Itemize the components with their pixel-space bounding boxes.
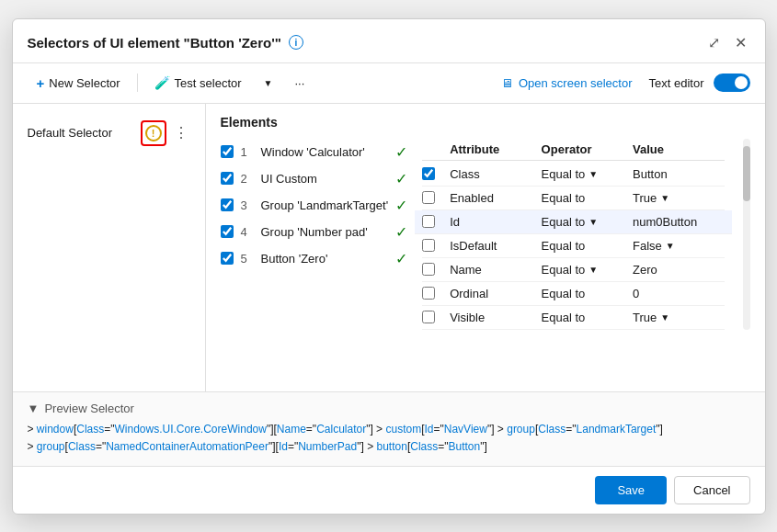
attr-row-class: Class Equal to ▼ Button bbox=[422, 163, 724, 187]
right-panel: Elements 1 Window 'Calculator' ✓ 2 UI Cu… bbox=[206, 104, 765, 392]
attr-value-id: num0Button bbox=[633, 215, 724, 229]
warning-icon-box[interactable]: ! bbox=[141, 120, 166, 146]
text-editor-toggle[interactable] bbox=[714, 74, 750, 92]
attr-value-isdefault: False ▼ bbox=[633, 239, 724, 253]
element-name-2: UI Custom bbox=[261, 172, 389, 186]
toolbar: + New Selector 🧪 Test selector ▼ ··· 🖥 O… bbox=[13, 63, 765, 104]
value-chevron-enabled[interactable]: ▼ bbox=[660, 193, 669, 203]
element-checkbox-3[interactable] bbox=[221, 198, 234, 211]
close-icon: ✕ bbox=[735, 34, 747, 51]
preview-chevron-icon: ▼ bbox=[28, 402, 40, 415]
attr-operator-ordinal: Equal to bbox=[542, 287, 633, 300]
dialog: Selectors of UI element "Button 'Zero'" … bbox=[12, 18, 766, 515]
preview-section: ▼ Preview Selector > window[Class="Windo… bbox=[13, 391, 765, 465]
value-chevron-isdefault[interactable]: ▼ bbox=[666, 241, 675, 251]
restore-icon: ⤢ bbox=[708, 34, 720, 51]
text-editor-label: Text editor bbox=[649, 76, 704, 90]
element-num-1: 1 bbox=[241, 145, 254, 159]
info-icon[interactable]: i bbox=[289, 35, 303, 50]
element-num-3: 3 bbox=[241, 198, 254, 212]
selector-row: Default Selector ! ⋮ bbox=[20, 115, 198, 152]
attr-header-value: Value bbox=[633, 142, 724, 156]
save-button[interactable]: Save bbox=[595, 476, 667, 504]
dialog-header-right: ⤢ ✕ bbox=[704, 32, 750, 53]
element-check-4: ✓ bbox=[395, 223, 407, 241]
value-chevron-visible[interactable]: ▼ bbox=[660, 312, 669, 323]
open-screen-selector-button[interactable]: 🖥 Open screen selector bbox=[494, 73, 640, 94]
elements-list: 1 Window 'Calculator' ✓ 2 UI Custom ✓ 3 … bbox=[221, 139, 408, 319]
attr-checkbox-enabled[interactable] bbox=[422, 191, 435, 204]
element-name-1: Window 'Calculator' bbox=[261, 145, 389, 159]
attr-name-id: Id bbox=[450, 215, 541, 229]
test-selector-label: Test selector bbox=[175, 76, 242, 90]
restore-button[interactable]: ⤢ bbox=[704, 32, 724, 53]
element-num-2: 2 bbox=[241, 172, 254, 186]
element-checkbox-5[interactable] bbox=[221, 252, 234, 265]
attr-name-ordinal: Ordinal bbox=[450, 287, 541, 300]
scrollbar-thumb[interactable] bbox=[743, 146, 750, 201]
attr-name-name: Name bbox=[450, 263, 541, 277]
attr-checkbox-class[interactable] bbox=[422, 167, 435, 180]
element-checkbox-1[interactable] bbox=[221, 145, 234, 158]
beaker-icon: 🧪 bbox=[154, 75, 170, 90]
attr-checkbox-id[interactable] bbox=[422, 215, 435, 228]
chevron-down-button[interactable]: ▼ bbox=[255, 74, 282, 93]
attr-checkbox-name[interactable] bbox=[422, 263, 435, 276]
warning-icon: ! bbox=[145, 125, 162, 141]
attr-header-attribute: Attribute bbox=[450, 142, 541, 156]
scrollbar[interactable] bbox=[743, 139, 750, 330]
row-more-icon[interactable]: ⋮ bbox=[172, 122, 190, 143]
preview-title[interactable]: ▼ Preview Selector bbox=[28, 402, 750, 415]
attr-value-ordinal: 0 bbox=[633, 287, 724, 300]
default-selector-label: Default Selector bbox=[28, 126, 135, 140]
element-name-4: Group 'Number pad' bbox=[261, 225, 389, 239]
attr-operator-class: Equal to ▼ bbox=[542, 167, 633, 181]
dialog-footer: Save Cancel bbox=[13, 466, 765, 514]
preview-title-label: Preview Selector bbox=[44, 402, 134, 415]
dialog-header: Selectors of UI element "Button 'Zero'" … bbox=[13, 19, 765, 63]
attr-name-visible: Visible bbox=[450, 311, 541, 324]
main-content: Default Selector ! ⋮ Elements 1 Window '… bbox=[13, 104, 765, 392]
element-name-3: Group 'LandmarkTarget' bbox=[261, 198, 389, 212]
attr-row-enabled: Enabled Equal to True ▼ bbox=[422, 187, 724, 210]
close-button[interactable]: ✕ bbox=[731, 32, 750, 53]
attr-checkbox-isdefault[interactable] bbox=[422, 239, 435, 252]
operator-chevron-class[interactable]: ▼ bbox=[588, 169, 598, 179]
open-screen-label: Open screen selector bbox=[519, 76, 633, 90]
attr-checkbox-visible[interactable] bbox=[422, 311, 435, 323]
element-num-5: 5 bbox=[241, 252, 254, 266]
attr-name-isdefault: IsDefault bbox=[450, 239, 541, 253]
element-item-4: 4 Group 'Number pad' ✓ bbox=[221, 219, 408, 245]
attr-name-enabled: Enabled bbox=[450, 191, 541, 205]
test-selector-button[interactable]: 🧪 Test selector bbox=[145, 71, 251, 95]
more-options-button[interactable]: ··· bbox=[285, 72, 314, 95]
element-item-5: 5 Button 'Zero' ✓ bbox=[221, 245, 408, 272]
attributes-section: Attribute Operator Value Class Equal to … bbox=[422, 139, 724, 330]
element-checkbox-2[interactable] bbox=[221, 172, 234, 185]
attr-operator-visible: Equal to bbox=[542, 311, 633, 324]
toolbar-separator-1 bbox=[137, 74, 138, 92]
element-checkbox-4[interactable] bbox=[221, 225, 234, 238]
operator-chevron-id[interactable]: ▼ bbox=[588, 217, 598, 227]
dialog-title: Selectors of UI element "Button 'Zero'" bbox=[28, 35, 281, 51]
more-icon: ··· bbox=[294, 76, 304, 90]
preview-line-1: > window[Class="Windows.UI.Core.CoreWind… bbox=[28, 421, 750, 438]
new-selector-button[interactable]: + New Selector bbox=[28, 71, 130, 96]
chevron-down-icon: ▼ bbox=[264, 78, 273, 88]
attr-header: Attribute Operator Value bbox=[422, 139, 724, 161]
attr-row-visible: Visible Equal to True ▼ bbox=[422, 306, 724, 330]
cancel-button[interactable]: Cancel bbox=[674, 476, 749, 504]
attr-value-enabled: True ▼ bbox=[633, 191, 724, 205]
attr-row-name: Name Equal to ▼ Zero bbox=[422, 258, 724, 282]
attr-operator-enabled: Equal to bbox=[542, 191, 633, 205]
attr-value-name: Zero bbox=[633, 263, 724, 277]
attr-header-operator: Operator bbox=[542, 142, 633, 156]
screen-icon: 🖥 bbox=[501, 76, 513, 90]
attr-checkbox-ordinal[interactable] bbox=[422, 287, 435, 300]
operator-chevron-name[interactable]: ▼ bbox=[588, 265, 598, 275]
element-num-4: 4 bbox=[241, 225, 254, 239]
attr-operator-isdefault: Equal to bbox=[542, 239, 633, 253]
element-check-5: ✓ bbox=[395, 250, 407, 267]
attr-name-class: Class bbox=[450, 167, 541, 181]
element-check-2: ✓ bbox=[395, 170, 407, 187]
